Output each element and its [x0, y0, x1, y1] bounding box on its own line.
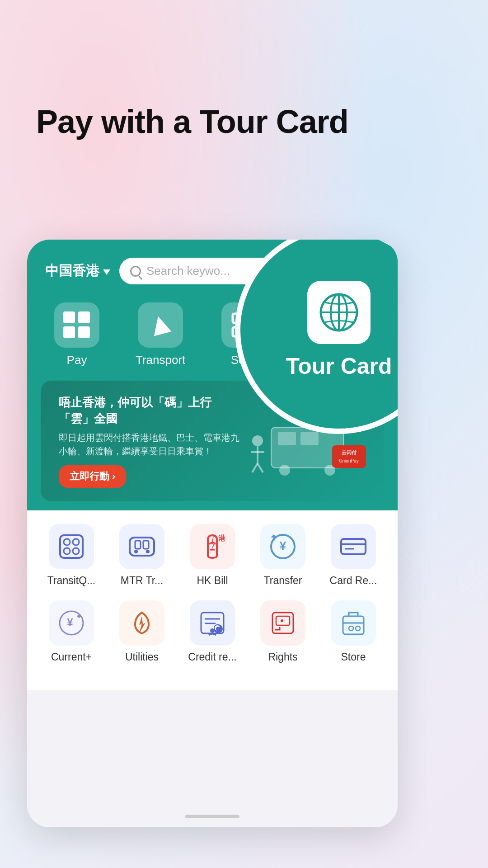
svg-point-62	[356, 626, 360, 631]
svg-rect-32	[135, 541, 141, 549]
pay-dot-3	[63, 326, 75, 338]
service-store[interactable]: Store	[324, 600, 383, 663]
cardre-label: Card Re...	[330, 575, 377, 587]
store-icon-bg	[331, 600, 376, 646]
svg-point-56	[210, 628, 215, 633]
service-rights[interactable]: Rights	[253, 600, 312, 663]
hkbill-icon-bg: 港	[190, 524, 235, 569]
pay-dot-2	[78, 311, 90, 323]
chevron-down-icon	[103, 269, 110, 275]
svg-text:云闪付: 云闪付	[342, 450, 357, 455]
service-cardre[interactable]: Card Re...	[324, 524, 383, 587]
svg-rect-42	[341, 539, 366, 554]
svg-rect-33	[143, 541, 149, 549]
transport-label: Transport	[136, 353, 185, 367]
rights-label: Rights	[268, 651, 297, 663]
svg-rect-14	[278, 432, 296, 445]
tour-card-app-icon	[307, 281, 371, 344]
mtr-icon	[126, 531, 158, 562]
tour-card-label: Tour Card	[286, 353, 392, 379]
svg-text:¥: ¥	[280, 539, 286, 552]
mtr-label: MTR Tr...	[121, 575, 164, 587]
services-row-1: TransitQ... MTR Tr...	[36, 524, 389, 587]
region-selector[interactable]: 中国香港	[45, 262, 110, 280]
rights-icon	[267, 607, 299, 639]
svg-point-35	[146, 550, 150, 553]
search-icon	[130, 266, 141, 277]
hkbill-label: HK Bill	[197, 575, 228, 587]
banner-text: 唔止香港，仲可以「碼」上行「雲」全國 即日起用雲閃付搭香港地鐵、巴士、電車港九小…	[59, 394, 244, 488]
svg-point-61	[349, 626, 353, 631]
svg-marker-4	[150, 314, 172, 336]
svg-text:¥: ¥	[67, 616, 73, 628]
transfer-icon: ¥	[267, 531, 299, 562]
creditre-icon	[197, 607, 228, 639]
pay-label: Pay	[67, 353, 87, 367]
cardre-icon-bg	[331, 524, 376, 569]
rights-icon-bg	[260, 600, 305, 646]
service-transfer[interactable]: ¥ Transfer	[253, 524, 312, 587]
utilities-icon-bg	[119, 600, 164, 646]
pay-icon	[63, 311, 90, 339]
service-mtr[interactable]: MTR Tr...	[113, 524, 171, 587]
current-label: Current+	[51, 651, 92, 663]
svg-point-34	[134, 550, 138, 553]
svg-text:UnionPay: UnionPay	[339, 458, 358, 463]
utilities-icon	[126, 607, 158, 639]
search-placeholder: Search keywo...	[146, 264, 230, 278]
transfer-label: Transfer	[264, 575, 302, 587]
current-icon: ¥	[56, 607, 87, 639]
cardre-icon	[338, 531, 369, 562]
globe-icon	[316, 290, 361, 335]
svg-rect-26	[60, 535, 83, 558]
service-utilities[interactable]: Utilities	[113, 600, 171, 663]
utilities-label: Utilities	[125, 651, 159, 663]
action-pay[interactable]: Pay	[54, 302, 99, 367]
transitq-icon	[56, 531, 87, 562]
svg-point-59	[281, 619, 283, 622]
svg-point-16	[279, 465, 290, 476]
transfer-icon-bg: ¥	[260, 524, 305, 569]
svg-text:港: 港	[218, 534, 226, 542]
creditre-icon-bg	[190, 600, 235, 646]
svg-rect-23	[332, 445, 366, 468]
phone-mockup: Tour Card 中国香港 Search keywo...	[27, 240, 398, 827]
mtr-icon-bg	[119, 524, 164, 569]
store-icon	[338, 607, 369, 639]
transitq-label: TransitQ...	[47, 575, 96, 587]
creditre-label: Credit re...	[188, 651, 236, 663]
svg-rect-15	[300, 432, 319, 445]
pay-dot-1	[63, 311, 75, 323]
pay-dot-4	[78, 326, 90, 338]
banner-subtitle: 即日起用雲閃付搭香港地鐵、巴士、電車港九小輪、新渡輪，繼續享受日日乘車賞！	[59, 431, 244, 458]
svg-point-29	[64, 548, 70, 554]
svg-rect-31	[130, 538, 154, 556]
banner-cta-button[interactable]: 立即行動 ›	[59, 465, 126, 488]
region-text: 中国香港	[45, 262, 99, 280]
svg-line-21	[252, 463, 258, 472]
banner-title: 唔止香港，仲可以「碼」上行「雲」全國	[59, 394, 244, 427]
svg-point-27	[64, 539, 70, 545]
transport-icon-bg	[138, 302, 183, 348]
svg-rect-60	[343, 616, 364, 634]
service-hkbill[interactable]: 港 HK Bill	[183, 524, 242, 587]
svg-point-28	[73, 539, 79, 545]
service-transitq[interactable]: TransitQ...	[42, 524, 101, 587]
bottom-indicator	[185, 815, 239, 818]
transitq-icon-bg	[49, 524, 94, 569]
service-creditre[interactable]: Credit re...	[183, 600, 242, 663]
action-transport[interactable]: Transport	[136, 302, 185, 367]
store-label: Store	[341, 651, 366, 663]
page-heading: Pay with a Tour Card	[36, 104, 348, 140]
svg-point-30	[73, 548, 79, 554]
services-section: TransitQ... MTR Tr...	[27, 510, 398, 690]
services-row-2: ¥ Current+ Utilities	[36, 600, 389, 663]
svg-marker-49	[139, 616, 145, 633]
svg-point-18	[252, 435, 263, 446]
pay-icon-bg	[54, 302, 99, 348]
hkbill-icon: 港	[197, 531, 228, 562]
current-icon-bg: ¥	[49, 600, 94, 646]
transport-icon	[147, 311, 174, 339]
service-current[interactable]: ¥ Current+	[42, 600, 101, 663]
svg-point-55	[216, 627, 221, 631]
